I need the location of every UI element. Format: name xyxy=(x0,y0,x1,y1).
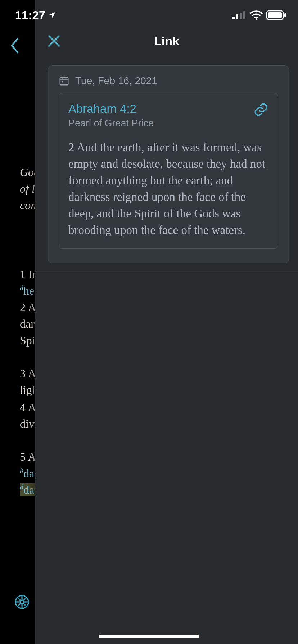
wifi-icon xyxy=(250,10,263,20)
panel-divider xyxy=(35,271,298,271)
settings-button[interactable] xyxy=(12,592,32,612)
close-button[interactable] xyxy=(44,31,64,51)
svg-rect-15 xyxy=(232,17,235,19)
svg-line-14 xyxy=(17,603,21,607)
svg-line-12 xyxy=(23,603,27,607)
svg-line-11 xyxy=(17,597,21,601)
cellular-icon xyxy=(232,11,246,19)
svg-rect-22 xyxy=(268,12,282,18)
footnote-marker[interactable]: d xyxy=(20,284,23,292)
svg-rect-17 xyxy=(240,13,242,19)
link-action-button[interactable] xyxy=(253,102,268,119)
back-button[interactable] xyxy=(2,33,27,58)
verse-number: 2 xyxy=(68,141,74,154)
footnote-marker[interactable]: d xyxy=(20,483,23,491)
svg-line-13 xyxy=(23,597,27,601)
reference-subtitle: Pearl of Great Price xyxy=(68,118,154,129)
svg-point-6 xyxy=(20,600,24,604)
reference-title[interactable]: Abraham 4:2 xyxy=(68,102,154,116)
svg-rect-21 xyxy=(284,13,286,17)
footnote-marker[interactable]: b xyxy=(20,466,23,474)
gear-icon xyxy=(13,593,31,611)
status-bar: 11:27 xyxy=(0,0,298,30)
calendar-icon xyxy=(59,75,69,86)
location-icon xyxy=(48,11,56,19)
link-date: Tue, Feb 16, 2021 xyxy=(75,75,157,87)
svg-rect-16 xyxy=(236,14,238,19)
link-icon xyxy=(253,102,268,117)
battery-icon xyxy=(266,10,286,20)
status-time: 11:27 xyxy=(15,9,45,22)
panel-title: Link xyxy=(154,34,179,48)
chevron-left-icon xyxy=(10,37,20,54)
home-indicator[interactable] xyxy=(99,635,199,638)
svg-rect-18 xyxy=(243,11,245,19)
link-card[interactable]: Tue, Feb 16, 2021 Abraham 4:2 Pearl of G… xyxy=(48,65,289,263)
svg-point-19 xyxy=(256,18,257,20)
close-icon xyxy=(47,34,61,48)
link-reference-card: Abraham 4:2 Pearl of Great Price 2 And t… xyxy=(59,93,278,249)
svg-rect-0 xyxy=(60,78,68,85)
svg-rect-4 xyxy=(62,81,63,83)
link-panel: Link Tue, Feb 16, 2021 Abraham 4:2 Pearl… xyxy=(35,0,298,644)
verse-body: And the earth, after it was formed, was … xyxy=(68,141,265,236)
link-date-row: Tue, Feb 16, 2021 xyxy=(59,75,278,87)
verse-preview: 2 And the earth, after it was formed, wa… xyxy=(68,139,268,238)
